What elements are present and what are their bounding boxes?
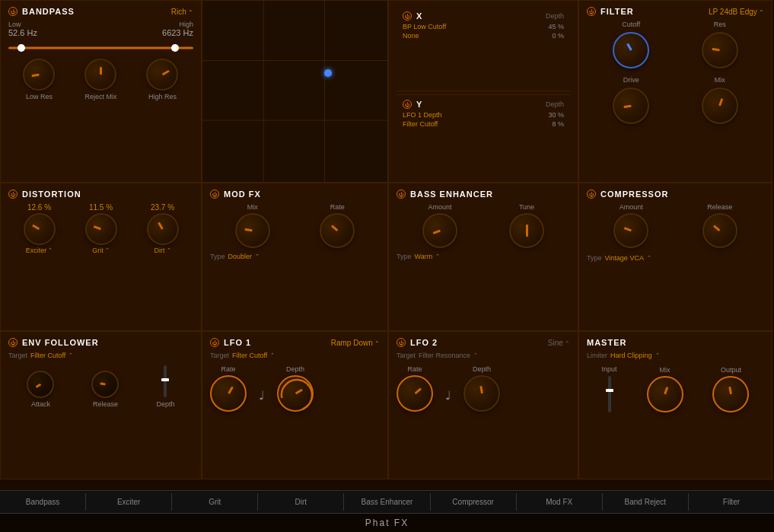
lfo1-target-value[interactable]: Filter Cutoff <box>232 352 267 359</box>
distortion-power[interactable]: ⏻ <box>8 190 18 199</box>
lfo2-note-icon: ♩ <box>445 388 451 403</box>
lfo2-controls: Rate ♩ Depth <box>397 365 570 412</box>
tab-exciter[interactable]: Exciter <box>86 493 172 511</box>
tab-mod-fx[interactable]: Mod FX <box>517 493 603 511</box>
exciter-knob[interactable] <box>24 213 56 245</box>
compressor-knobs: Amount Release <box>587 203 764 248</box>
lfo2-rate-group: Rate <box>397 365 433 412</box>
lfo2-power[interactable]: ⏻ <box>397 338 406 347</box>
modfx-rate-knob[interactable] <box>320 213 355 248</box>
comp-type-row: Type Vintage VCA ⌃ <box>587 254 764 262</box>
mod-y-param2[interactable]: Filter Cutoff <box>403 120 438 128</box>
lfo2-target-value[interactable]: Filter Resonance <box>419 352 470 359</box>
modfx-type-value[interactable]: Doubler <box>228 253 253 260</box>
mod-y-power[interactable]: ⏻ <box>403 100 412 109</box>
modfx-title: MOD FX <box>224 190 261 199</box>
grit-arrow: ⌃ <box>105 247 110 253</box>
comp-release-knob[interactable] <box>702 213 737 248</box>
mod-x-power[interactable]: ⏻ <box>403 11 412 21</box>
grit-group: 11.5 % Grit ⌃ <box>85 203 117 254</box>
xy-pad-panel[interactable] <box>202 0 388 183</box>
env-release-knob[interactable] <box>91 371 119 398</box>
tab-compressor[interactable]: Compressor <box>431 493 517 511</box>
env-target-value[interactable]: Filter Cutoff <box>30 352 65 359</box>
lfo1-power[interactable]: ⏻ <box>210 338 219 347</box>
master-output-knob[interactable] <box>712 376 749 413</box>
compressor-power[interactable]: ⏻ <box>587 190 596 199</box>
env-attack-knob[interactable] <box>27 371 54 398</box>
mod-x-param1[interactable]: BP Low Cutoff <box>403 23 446 30</box>
filter-mix-knob[interactable] <box>702 88 738 124</box>
grit-label-row[interactable]: Grit ⌃ <box>92 247 110 254</box>
dirt-group: 23.7 % Dirt ⌃ <box>147 203 179 254</box>
filter-cutoff-knob[interactable] <box>613 32 649 68</box>
xy-dot[interactable] <box>324 69 332 77</box>
bass-enhancer-power[interactable]: ⏻ <box>397 190 406 199</box>
bass-enhancer-knobs: Amount Tune <box>397 203 570 248</box>
lfo2-target-arrow: ⌃ <box>473 352 478 358</box>
bandpass-range-slider[interactable] <box>8 42 193 54</box>
tab-filter[interactable]: Filter <box>689 493 774 511</box>
lfo1-rate-knob[interactable] <box>210 375 247 412</box>
bandpass-title: BANDPASS <box>22 7 75 16</box>
filter-mode[interactable]: LP 24dB Edgy <box>709 8 764 16</box>
master-mix-group: Mix <box>647 366 683 413</box>
bass-type-value[interactable]: Warm <box>415 253 433 260</box>
lfo2-title: LFO 2 <box>410 338 438 347</box>
exciter-label-row[interactable]: Exciter ⌃ <box>26 247 53 254</box>
modfx-mix-knob[interactable] <box>235 213 270 248</box>
filter-res-knob[interactable] <box>702 32 738 68</box>
tab-bass-enhancer[interactable]: Bass Enhancer <box>344 493 430 511</box>
mod-x-label: X <box>416 11 422 21</box>
master-input-group: Input <box>601 365 616 413</box>
lfo1-mode[interactable]: Ramp Down <box>331 339 380 347</box>
bandpass-freq-row: Low 52.6 Hz High 6623 Hz <box>8 21 193 37</box>
tab-band-reject[interactable]: Band Reject <box>603 493 689 511</box>
bass-enhancer-title: BASS ENHANCER <box>410 190 493 199</box>
bass-amount-knob[interactable] <box>422 213 457 248</box>
lfo1-depth-knob[interactable] <box>277 375 314 412</box>
dirt-arrow: ⌃ <box>167 247 171 253</box>
reject-mix-knob[interactable] <box>84 59 116 91</box>
lfo2-mode[interactable]: Sine <box>548 339 570 347</box>
low-res-knob-group: Low Res <box>23 59 55 100</box>
bandpass-mode[interactable]: Rich <box>171 8 193 16</box>
env-depth-slider[interactable] <box>164 365 167 397</box>
env-follower-power[interactable]: ⏻ <box>8 338 18 347</box>
tab-grit[interactable]: Grit <box>172 493 258 511</box>
xy-grid[interactable] <box>202 1 387 182</box>
modfx-mix-label: Mix <box>247 203 258 211</box>
mod-x-param2[interactable]: None <box>403 32 419 40</box>
master-mix-knob[interactable] <box>647 376 683 413</box>
lfo2-rate-knob[interactable] <box>397 375 433 412</box>
bass-type-arrow: ⌃ <box>435 253 440 260</box>
tab-bandpass[interactable]: Bandpass <box>0 493 86 511</box>
filter-power[interactable]: ⏻ <box>587 7 596 16</box>
tab-bar: Bandpass Exciter Grit Dirt Bass Enhancer… <box>0 490 774 513</box>
filter-drive-knob[interactable] <box>613 88 649 124</box>
comp-release-label: Release <box>707 203 732 211</box>
master-limiter-value[interactable]: Hard Clipping <box>610 352 652 359</box>
comp-type-label: Type <box>587 254 602 262</box>
master-input-slider[interactable] <box>608 376 611 413</box>
lfo1-title: LFO 1 <box>224 338 251 347</box>
bandpass-panel: ⏻ BANDPASS Rich Low 52.6 Hz High 6623 Hz <box>0 0 202 183</box>
high-res-knob[interactable] <box>146 59 178 91</box>
comp-amount-knob[interactable] <box>613 213 648 248</box>
mod-y-depth-label: Depth <box>546 100 564 108</box>
dirt-label-row[interactable]: Dirt ⌃ <box>154 247 171 254</box>
mod-y-header: ⏻ Y Depth <box>403 100 564 109</box>
dirt-knob[interactable] <box>147 213 179 245</box>
lfo1-rate-group: Rate <box>210 365 247 412</box>
tab-dirt[interactable]: Dirt <box>258 493 344 511</box>
mod-x-section: ⏻ X Depth BP Low Cutoff 45 % None 0 % <box>397 7 570 88</box>
comp-type-value[interactable]: Vintage VCA <box>605 254 644 262</box>
bass-tune-knob[interactable] <box>509 213 544 248</box>
bandpass-power[interactable]: ⏻ <box>8 7 18 16</box>
low-res-knob[interactable] <box>23 59 55 91</box>
lfo2-depth-knob[interactable] <box>463 375 500 412</box>
grit-knob[interactable] <box>85 213 117 245</box>
mod-y-param1[interactable]: LFO 1 Depth <box>403 111 442 119</box>
modfx-power[interactable]: ⏻ <box>210 190 219 199</box>
mod-x-header: ⏻ X Depth <box>403 11 564 21</box>
